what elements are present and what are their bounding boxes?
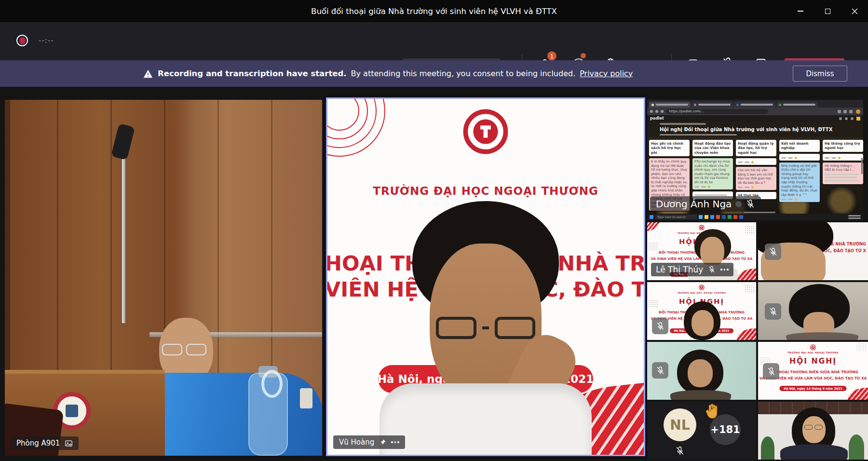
microphone-head <box>111 123 135 160</box>
plant <box>849 434 864 460</box>
warning-icon <box>143 68 153 79</box>
padlet-note: Hệ thống thông t… VB2 bị truy cập t… <box>823 163 863 185</box>
pin-icon <box>379 439 386 446</box>
record-icon <box>16 35 28 46</box>
minimize-button[interactable] <box>787 0 814 22</box>
meeting-timer: --:-- <box>39 36 54 45</box>
microphone-stand <box>122 157 125 323</box>
banner-body-text: By attending this meeting, you consent t… <box>351 69 576 78</box>
browser-profile-avatar <box>856 109 860 114</box>
gallery-panel: https://padlet.com/… padlet Hội nghị Đối… <box>647 100 868 461</box>
window-title: Buổi đối thoại giữa Nhà trường với sinh … <box>311 7 557 16</box>
browser-tab <box>734 102 775 108</box>
content-camera-icon <box>65 439 73 447</box>
video-stage: Phòng A901 TRƯỜNG ĐẠI HỌC NGOẠI THƯƠNG H… <box>0 87 868 461</box>
video-tile-participant[interactable]: TRƯỜNG ĐẠI HỌC NGOẠI THƯƠNG HỘI NGHỊ ĐỐI… <box>647 222 756 280</box>
ftu-seal-logo <box>462 108 509 155</box>
video-tile-room[interactable]: Phòng A901 <box>5 100 322 456</box>
tile-more-icon[interactable] <box>391 441 399 443</box>
backdrop-text-fragment: C, ĐÀO T <box>543 277 645 301</box>
recording-indicator: --:-- <box>16 35 54 46</box>
windows-taskbar: Type here to search <box>647 214 863 220</box>
glasses <box>436 317 535 339</box>
browser-tab <box>776 102 818 108</box>
browser-address-bar: https://padlet.com/… <box>647 108 863 115</box>
windows-start-icon <box>650 215 653 219</box>
maximize-button[interactable] <box>814 0 841 22</box>
nameplate-presenter: Dương Ánh Nga <box>650 196 761 212</box>
overflow-count: +181 <box>710 414 741 445</box>
minimize-icon <box>798 11 803 12</box>
taskbar-icon <box>728 215 732 219</box>
nameplate-pinned: Vũ Hoàng <box>333 435 405 449</box>
scrollbar-horizontal <box>744 212 775 213</box>
mic-muted-indicator <box>765 244 781 260</box>
teams-meeting-window: Buổi đối thoại giữa Nhà trường với sinh … <box>0 0 868 461</box>
padlet-column-header: Hoạt động đào tạo của các Viện khoa chuy… <box>692 140 733 156</box>
video-tile-participant[interactable] <box>758 282 868 340</box>
padlet-column-header: Hệ thống công trợ người học <box>823 140 863 152</box>
nameplate-participant: Lê Thị Thúy <box>651 263 733 276</box>
video-tile-overflow[interactable]: NL +181 <box>647 402 756 460</box>
browser-tab <box>649 102 691 108</box>
backdrop-text-fragment: NHÀ TR <box>557 251 645 275</box>
padlet-note <box>823 154 863 161</box>
taskbar-icon <box>716 215 720 219</box>
banner-bold-text: Recording and transcription have started… <box>158 69 347 78</box>
padlet-board-header: Hội nghị Đối thoại giữa Nhà trường với s… <box>647 122 863 137</box>
mic-muted-indicator <box>652 318 668 334</box>
taskbar-icon <box>699 215 703 219</box>
nameplate-room: Phòng A901 <box>11 436 79 450</box>
chat-notification-dot <box>581 53 586 58</box>
padlet-avatar <box>856 117 860 121</box>
title-bar: Buổi đối thoại giữa Nhà trường với sinh … <box>0 0 868 22</box>
browser-tab <box>692 102 733 108</box>
privacy-policy-link[interactable]: Privacy policy <box>580 69 633 78</box>
padlet-column-header: Hoạt động quản lý đào tạo, hỗ trợ người … <box>736 140 776 156</box>
scrollbar-vertical <box>861 158 863 174</box>
maximize-icon <box>825 9 830 14</box>
mic-muted-indicator <box>652 362 668 379</box>
taskbar-icon <box>739 215 743 219</box>
backdrop-university-name: TRƯỜNG ĐẠI HỌC NGOẠI THƯƠNG <box>327 185 644 197</box>
taskbar-icon <box>722 215 726 219</box>
avatar-initials: NL <box>664 408 696 441</box>
padlet-note <box>736 158 776 165</box>
tile-more-icon[interactable] <box>720 269 729 271</box>
video-tile-participant[interactable] <box>758 402 868 460</box>
participants-badge: 1 <box>547 52 556 61</box>
video-tile-participant[interactable]: ỮA NHÀ TRƯỜNG HỌC, ĐÀO TẠO TỪ X <box>758 222 868 280</box>
taskbar-search: Type here to search <box>655 215 697 219</box>
recording-banner: Recording and transcription have started… <box>0 60 868 87</box>
mic-muted-icon <box>746 199 755 209</box>
taskbar-icon <box>705 215 708 219</box>
video-tile-participant[interactable]: TRƯỜNG ĐẠI HỌC NGOẠI THƯƠNG HỘI NGHỊ ĐỐI… <box>758 342 868 400</box>
close-icon <box>852 8 858 14</box>
padlet-top-bar: padlet <box>647 115 863 122</box>
video-tile-participant[interactable] <box>647 342 756 400</box>
padlet-wordmark: padlet <box>650 116 664 121</box>
padlet-board-title: Hội nghị Đối thoại giữa Nhà trường với s… <box>660 127 863 132</box>
glasses <box>162 344 206 355</box>
camera-off-dot-icon <box>735 201 742 207</box>
mic-muted-icon <box>708 266 716 273</box>
close-button[interactable] <box>841 0 868 22</box>
browser-tab-bar <box>647 100 863 108</box>
padlet-column-header: Học phí và chính sách hỗ trợ học phí <box>649 140 690 156</box>
taskbar-clock <box>848 215 861 219</box>
video-tile-screenshare[interactable]: https://padlet.com/… padlet Hội nghị Đối… <box>647 100 863 220</box>
video-tile-pinned[interactable]: TRƯỜNG ĐẠI HỌC NGOẠI THƯƠNG HOẠI TH NHÀ … <box>326 97 645 456</box>
taskbar-icon <box>733 215 737 219</box>
video-tile-participant[interactable]: TRƯỜNG ĐẠI HỌC NGOẠI THƯƠNG HỘI NGHỊ ĐỐI… <box>647 282 756 340</box>
taskbar-icon <box>710 215 714 219</box>
padlet-note: FTU exchange kỳ mùa xuân chỉ dành cho SV… <box>692 158 733 190</box>
plant <box>761 436 774 460</box>
padlet-note: Nhà trường có thể giới thiệu cho e địa c… <box>779 163 820 203</box>
meeting-toolbar: --:-- Request control 1 Leave <box>0 22 868 60</box>
padlet-note: cho em hỏi hệ văn bằng 2 bọn em có thể b… <box>736 167 776 190</box>
mic-muted-indicator <box>763 363 779 380</box>
mic-muted-icon <box>675 446 685 456</box>
padlet-note <box>779 154 820 161</box>
dismiss-button[interactable]: Dismiss <box>793 66 847 81</box>
url-text: https://padlet.com/… <box>666 109 768 114</box>
